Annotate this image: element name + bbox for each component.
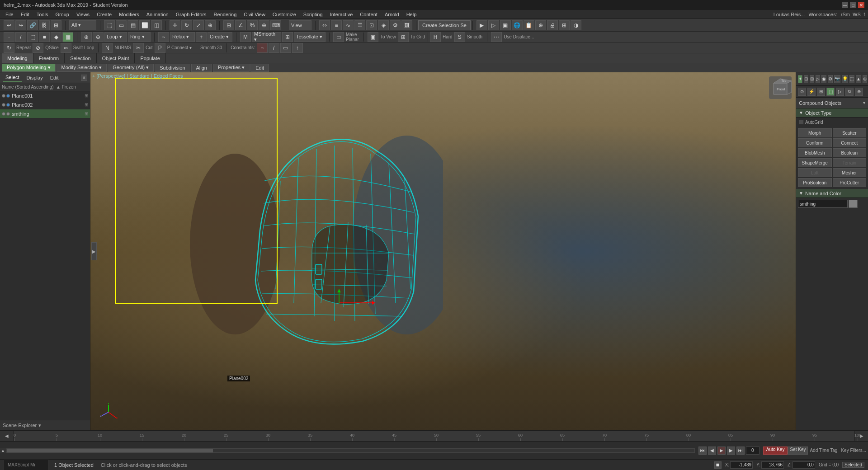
render-iter-button[interactable]: ▷	[488, 20, 499, 30]
blobmesh-button[interactable]: BlobMesh	[798, 148, 832, 157]
rotate-button[interactable]: ↻	[181, 20, 192, 30]
auto-key-button[interactable]: Auto Key	[763, 446, 788, 455]
constraint-normal-btn[interactable]: ↑	[292, 43, 303, 53]
x-input[interactable]	[730, 461, 753, 469]
menu-tools[interactable]: Tools	[33, 10, 52, 19]
percent-snap-button[interactable]: %	[247, 20, 258, 30]
close-button[interactable]: ✕	[858, 2, 864, 8]
select-object-button[interactable]: ⬚	[104, 20, 115, 30]
unlink-button[interactable]: ⛓	[39, 20, 50, 30]
menu-customize[interactable]: Customize	[269, 10, 300, 19]
print-size-button[interactable]: 🖨	[547, 20, 558, 30]
viewcube[interactable]: Front Top	[767, 74, 794, 101]
go-to-start-button[interactable]: ⏮	[698, 446, 707, 455]
menu-scripting[interactable]: Scripting	[300, 10, 326, 19]
loft-button[interactable]: Loft	[798, 168, 832, 177]
create-dropdown[interactable]: Create ▾	[208, 32, 232, 42]
minimize-button[interactable]: —	[842, 2, 848, 8]
object-type-section-header[interactable]: ▼ Object Type	[796, 108, 868, 118]
move-button[interactable]: ✛	[170, 20, 180, 30]
angle-snap-button[interactable]: ∠	[235, 20, 246, 30]
relax-button[interactable]: ~	[158, 32, 169, 42]
select-by-name-button[interactable]: ▤	[127, 20, 138, 30]
menu-help[interactable]: Help	[403, 10, 420, 19]
snap-toggle[interactable]: 🔲	[714, 461, 722, 469]
render-setup-button[interactable]: ⚙	[390, 20, 401, 30]
subtab-properties[interactable]: Properties ▾	[213, 64, 250, 72]
to-view-btn[interactable]: ▣	[368, 32, 378, 42]
constraint-none-btn[interactable]: ○	[257, 43, 268, 53]
color-swatch[interactable]	[849, 200, 858, 208]
current-frame-input[interactable]: 0	[746, 446, 760, 455]
maximize-button[interactable]: □	[850, 2, 856, 8]
y-input[interactable]	[761, 461, 784, 469]
create-icon[interactable]: ✦	[798, 75, 802, 83]
relax-dropdown[interactable]: Relax ▾	[170, 32, 195, 42]
stack-button[interactable]: ▦	[62, 32, 73, 42]
timeline-scroll[interactable]	[6, 448, 695, 453]
motion-icon[interactable]: ▷	[816, 75, 820, 83]
sub-icon5[interactable]: ▷	[836, 88, 844, 96]
timeline-nav-left[interactable]: ◀	[0, 431, 14, 442]
extra-icon3[interactable]: ⬚	[849, 75, 854, 83]
tab-object-paint[interactable]: Object Paint	[97, 53, 135, 63]
constraint-edge-btn[interactable]: /	[269, 43, 279, 53]
conform-button[interactable]: Conform	[798, 138, 832, 147]
tab-freeform[interactable]: Freeform	[33, 53, 65, 63]
element-button[interactable]: ◆	[51, 32, 61, 42]
sub-icon3[interactable]: ⊞	[817, 88, 825, 96]
viewport[interactable]: + [Perspective] | Standard | Edged Faces	[90, 72, 796, 430]
to-grid-btn[interactable]: ⊞	[398, 32, 409, 42]
create-btn[interactable]: +	[196, 32, 207, 42]
menu-content[interactable]: Content	[356, 10, 381, 19]
autogrid-checkbox[interactable]	[799, 120, 803, 124]
scene-item-smthing[interactable]: smthing ⊞	[0, 109, 90, 118]
pconnect-btn[interactable]: P	[155, 43, 165, 53]
create-selection-button[interactable]: Create Selection Se	[418, 20, 471, 30]
env-effects-button[interactable]: 🌐	[512, 20, 523, 30]
key-filters[interactable]: Key Filters...	[839, 448, 868, 453]
vertex-button[interactable]: ·	[4, 32, 14, 42]
ipr-button[interactable]: ⊞	[559, 20, 570, 30]
menu-rendering[interactable]: Rendering	[210, 10, 241, 19]
constraint-face-btn[interactable]: ▭	[280, 43, 291, 53]
tab-populate[interactable]: Populate	[135, 53, 165, 63]
compound-objects-header[interactable]: Compound Objects ▾	[796, 98, 868, 108]
scene-explorer-dropdown[interactable]: ▾	[38, 423, 41, 428]
qslice-btn[interactable]: ⊘	[33, 43, 43, 53]
shrink-button[interactable]: ⊖	[93, 32, 104, 42]
expand-left-button[interactable]: ▲	[0, 448, 6, 453]
undo-button[interactable]: ↩	[4, 20, 14, 30]
nurbs-btn[interactable]: N	[102, 43, 113, 53]
make-planar-btn[interactable]: ▭	[333, 32, 344, 42]
bind-button[interactable]: ⊞	[51, 20, 61, 30]
menu-group[interactable]: Group	[52, 10, 73, 19]
menu-arnold[interactable]: Arnold	[381, 10, 403, 19]
subtab-modify-selection[interactable]: Modify Selection ▾	[57, 64, 107, 72]
add-time-tag[interactable]: Add Time Tag	[808, 448, 839, 453]
tab-selection[interactable]: Selection	[65, 53, 96, 63]
loop-dropdown[interactable]: Loop ▾	[104, 32, 127, 42]
scene-tab-display[interactable]: Display	[24, 73, 46, 82]
msmooth-dropdown[interactable]: MSmooth ▾	[252, 32, 281, 42]
scene-tab-select[interactable]: Select	[3, 73, 22, 82]
curve-button[interactable]: ∿	[343, 20, 354, 30]
layer-button[interactable]: ☰	[354, 20, 365, 30]
subtab-align[interactable]: Align	[191, 64, 212, 72]
cut-btn[interactable]: ✂	[133, 43, 144, 53]
grow-button[interactable]: ⊕	[81, 32, 92, 42]
go-to-end-button[interactable]: ⏭	[736, 446, 745, 455]
sub-icon6[interactable]: ↻	[845, 88, 854, 96]
menu-create[interactable]: Create	[93, 10, 115, 19]
menu-interactive[interactable]: Interactive	[326, 10, 357, 19]
extra-icon4[interactable]: ▲	[856, 75, 861, 83]
nav-expand-button[interactable]: ▶	[91, 242, 97, 260]
schematic-button[interactable]: ⊡	[366, 20, 377, 30]
place-button[interactable]: ⊕	[205, 20, 216, 30]
mesher-button[interactable]: Mesher	[833, 168, 867, 177]
prev-frame-button[interactable]: ◀	[708, 446, 716, 455]
poly-button[interactable]: ■	[39, 32, 50, 42]
menu-file[interactable]: File	[2, 10, 17, 19]
extra-icon5[interactable]: ⊕	[863, 75, 867, 83]
menu-civil-view[interactable]: Civil View	[240, 10, 269, 19]
